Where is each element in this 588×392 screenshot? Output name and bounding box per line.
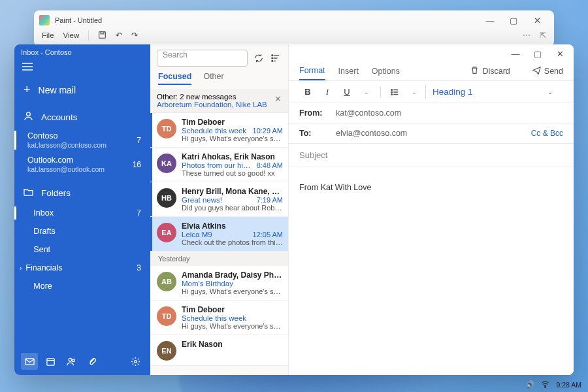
tab-insert[interactable]: Insert bbox=[338, 67, 359, 76]
font-dropdown-icon[interactable]: ⌄ bbox=[358, 84, 375, 101]
account-item[interactable]: Contosokat.larsson@contoso.com7 bbox=[14, 128, 150, 152]
chevron-down-icon: ⌄ bbox=[547, 88, 553, 95]
tab-options[interactable]: Options bbox=[372, 67, 400, 76]
from-field[interactable]: From: kat@contoso.com bbox=[289, 103, 574, 123]
sidebar-bottom-nav bbox=[14, 348, 150, 375]
bullets-dropdown-icon[interactable]: ⌄ bbox=[406, 84, 423, 101]
svg-point-19 bbox=[391, 91, 393, 93]
svg-point-20 bbox=[391, 93, 393, 95]
compose-pane: — ▢ ✕ Format Insert Options Discard Send… bbox=[289, 44, 574, 375]
message-item[interactable]: AB Amanda Brady, Daisy Phillips Mom's Bi… bbox=[150, 266, 288, 301]
trash-icon bbox=[470, 66, 479, 76]
svg-rect-0 bbox=[99, 31, 106, 38]
avatar: TD bbox=[157, 119, 176, 139]
sidebar: Inbox - Contoso + New mail Accounts Cont… bbox=[14, 44, 150, 375]
message-item[interactable]: EN Erik Nason bbox=[150, 335, 288, 366]
message-item[interactable]: KA Katri Ahokas, Erik Nason Photos from … bbox=[150, 148, 288, 182]
italic-button[interactable]: I bbox=[319, 84, 336, 101]
mail-window-title: Inbox - Contoso bbox=[14, 44, 150, 59]
attachment-icon[interactable] bbox=[84, 353, 101, 370]
paint-title: Paint - Untitled bbox=[55, 16, 478, 24]
avatar: EN bbox=[157, 341, 176, 361]
format-toolbar: B I U ⌄ ⌄ Heading 1 ⌄ bbox=[289, 81, 574, 103]
folders-header[interactable]: Folders bbox=[14, 182, 150, 204]
svg-point-11 bbox=[134, 360, 137, 363]
close-button[interactable]: ✕ bbox=[525, 11, 549, 29]
folder-item[interactable]: ›Drafts bbox=[14, 222, 150, 240]
tab-focused[interactable]: Focused bbox=[158, 72, 191, 85]
redo-icon[interactable]: ↷ bbox=[131, 31, 138, 40]
message-item[interactable]: HB Henry Brill, Mona Kane, Cecil Fo Grea… bbox=[150, 182, 288, 217]
avatar: TD bbox=[157, 306, 176, 326]
message-item[interactable]: TD Tim Deboer Schedule this week Hi guys… bbox=[150, 301, 288, 335]
account-item[interactable]: Outlook.comkat.larsson@outlook.com16 bbox=[14, 152, 150, 176]
tab-format[interactable]: Format bbox=[299, 61, 325, 80]
bullets-icon[interactable] bbox=[386, 84, 403, 101]
other-messages-banner[interactable]: Other: 2 new messages Arboretum Foundati… bbox=[150, 89, 288, 113]
mail-icon[interactable] bbox=[21, 353, 38, 370]
date-separator: Yesterday bbox=[150, 252, 288, 266]
folder-icon bbox=[24, 187, 33, 199]
svg-rect-7 bbox=[46, 358, 54, 365]
menu-file[interactable]: File bbox=[42, 31, 54, 39]
folder-item[interactable]: ›Sent bbox=[14, 240, 150, 259]
underline-button[interactable]: U bbox=[338, 84, 355, 101]
people-icon[interactable] bbox=[63, 353, 80, 370]
cc-bcc-toggle[interactable]: Cc & Bcc bbox=[531, 129, 563, 138]
menu-view[interactable]: View bbox=[63, 31, 80, 39]
avatar: HB bbox=[157, 188, 176, 208]
wifi-icon[interactable] bbox=[541, 380, 549, 389]
clock[interactable]: 9:28 AM bbox=[556, 381, 581, 389]
share-icon[interactable]: ⇱ bbox=[540, 31, 546, 40]
send-button[interactable]: Send bbox=[532, 66, 563, 76]
message-item[interactable]: TD Tim Deboer Schedule this week10:29 AM… bbox=[150, 113, 288, 148]
search-input[interactable]: Search bbox=[157, 50, 248, 67]
message-item[interactable]: EA Elvia Atkins Leica M912:05 AM Check o… bbox=[150, 217, 288, 252]
chevron-right-icon: › bbox=[20, 265, 22, 272]
tab-other[interactable]: Other bbox=[203, 72, 223, 85]
bold-button[interactable]: B bbox=[299, 84, 316, 101]
svg-point-10 bbox=[72, 359, 74, 361]
mail-window: Inbox - Contoso + New mail Accounts Cont… bbox=[14, 44, 574, 375]
folder-item[interactable]: ›Inbox7 bbox=[14, 204, 150, 222]
heading-select[interactable]: Heading 1 ⌄ bbox=[425, 85, 563, 99]
close-button[interactable]: ✕ bbox=[549, 46, 571, 61]
folder-item[interactable]: ›More bbox=[14, 277, 150, 295]
calendar-icon[interactable] bbox=[42, 353, 59, 370]
close-banner-icon[interactable]: ✕ bbox=[274, 94, 282, 104]
speaker-icon[interactable]: 🔊 bbox=[526, 380, 534, 389]
compose-body[interactable]: From Kat With Love bbox=[289, 167, 574, 208]
avatar: AB bbox=[157, 272, 176, 291]
save-icon[interactable] bbox=[98, 31, 106, 41]
hamburger-icon[interactable] bbox=[14, 59, 150, 78]
settings-icon[interactable] bbox=[127, 353, 144, 370]
minimize-button[interactable]: — bbox=[504, 46, 527, 61]
maximize-button[interactable]: ▢ bbox=[527, 46, 549, 61]
paint-app-icon bbox=[39, 15, 50, 25]
maximize-button[interactable]: ▢ bbox=[502, 11, 525, 29]
accounts-header[interactable]: Accounts bbox=[14, 106, 150, 128]
paint-toolbar: File View ↶ ↷ ⋯ ⇱ bbox=[34, 30, 554, 41]
undo-icon[interactable]: ↶ bbox=[116, 31, 122, 40]
minimize-button[interactable]: — bbox=[478, 11, 502, 29]
to-field[interactable]: To: elvia@contoso.com Cc & Bcc bbox=[289, 123, 574, 144]
svg-rect-6 bbox=[25, 358, 33, 364]
paint-window: Paint - Untitled — ▢ ✕ File View ↶ ↷ ⋯ ⇱ bbox=[34, 10, 554, 46]
discard-button[interactable]: Discard bbox=[470, 66, 510, 76]
more-icon[interactable]: ⋯ bbox=[523, 31, 531, 40]
svg-point-15 bbox=[272, 55, 273, 56]
new-mail-button[interactable]: + New mail bbox=[14, 78, 150, 106]
plus-icon: + bbox=[24, 83, 31, 97]
svg-point-5 bbox=[27, 112, 31, 116]
folder-item[interactable]: ›Financials3 bbox=[14, 259, 150, 277]
svg-point-24 bbox=[545, 387, 546, 388]
svg-point-16 bbox=[272, 57, 273, 59]
avatar: EA bbox=[157, 223, 176, 242]
subject-input[interactable]: Subject bbox=[289, 144, 574, 167]
message-list-pane: Search Focused Other Other: 2 new messag… bbox=[150, 44, 289, 375]
svg-point-18 bbox=[391, 89, 393, 90]
svg-point-9 bbox=[69, 358, 72, 361]
refresh-icon[interactable] bbox=[253, 52, 265, 64]
person-icon bbox=[24, 111, 33, 123]
filter-icon[interactable] bbox=[270, 52, 282, 64]
